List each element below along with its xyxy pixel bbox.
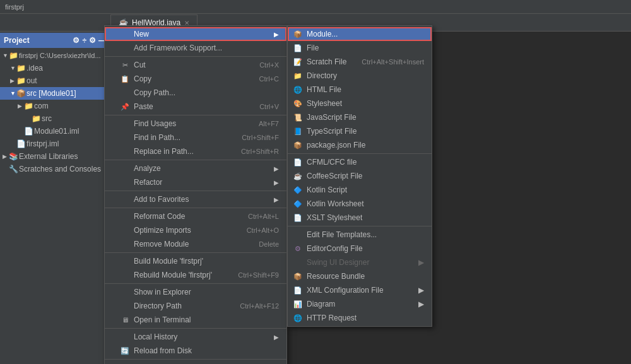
menu-item-find-usages[interactable]: Find Usages Alt+F7	[105, 117, 286, 131]
html-icon: 🌐	[293, 86, 303, 94]
submenu-item-cfml[interactable]: 📄 CFML/CFC file	[288, 155, 432, 169]
menu-label: Directory Path	[134, 302, 182, 310]
submenu-item-kotlin-worksheet[interactable]: 🔷 Kotlin Worksheet	[288, 197, 432, 211]
menu-item-optimize[interactable]: Optimize Imports Ctrl+Alt+O	[105, 223, 286, 237]
tree-arrow: ▶	[18, 103, 24, 109]
submenu-arrow: ▶	[274, 165, 279, 172]
tree-label: Scratches and Consoles	[19, 165, 101, 173]
submenu-arrow: ▶	[274, 31, 279, 38]
xslt-icon: 📄	[293, 214, 303, 222]
submenu-label: HTML File	[307, 85, 341, 94]
menu-item-analyze[interactable]: Analyze ▶	[105, 161, 286, 175]
diagram-icon: 📊	[293, 300, 303, 308]
menu-item-add-favorites[interactable]: Add to Favorites ▶	[105, 192, 286, 206]
menu-item-terminal[interactable]: 🖥 Open in Terminal	[105, 313, 286, 327]
menu-item-find-in-path[interactable]: Find in Path... Ctrl+Shift+F	[105, 131, 286, 144]
menu-label: Paste	[134, 102, 153, 111]
editorconfig-icon: ⚙	[293, 245, 303, 253]
shortcut: Ctrl+Shift+F	[242, 134, 279, 141]
submenu-item-swing[interactable]: Swing UI Designer ▶	[288, 255, 432, 269]
shortcut-cut: Ctrl+X	[259, 61, 279, 69]
tree-item-src[interactable]: ▼ 📦 src [Module01]	[0, 87, 110, 100]
submenu-item-editorconfig[interactable]: ⚙ EditorConfig File	[288, 242, 432, 255]
kotlin-ws-icon: 🔷	[293, 200, 303, 208]
tree-item-out[interactable]: ▶ 📁 out	[0, 74, 110, 87]
submenu-item-edit-templates[interactable]: Edit File Templates...	[288, 228, 432, 242]
submenu-item-coffee[interactable]: ☕ CoffeeScript File	[288, 169, 432, 183]
submenu-item-html[interactable]: 🌐 HTML File	[288, 83, 432, 97]
sidebar: Project ⚙ ÷ ⚙ — ▼ 📁 firstprj C:\Users\xi…	[0, 32, 110, 364]
submenu-label: Directory	[307, 71, 337, 80]
menu-label: Show in Explorer	[134, 288, 191, 296]
settings-icon[interactable]: ⚙	[73, 36, 80, 45]
sidebar-tree: ▼ 📁 firstprj C:\Users\xiezhr\Id... ▼ 📁 .…	[0, 48, 110, 177]
submenu-label: Resource Bundle	[307, 272, 365, 281]
tree-item-external[interactable]: ▶ 📚 External Libraries	[0, 150, 110, 163]
menu-item-copy-path[interactable]: Copy Path...	[105, 86, 286, 100]
submenu-label: XML Configuration File	[307, 286, 384, 295]
menu-item-local-history[interactable]: Local History ▶	[105, 330, 286, 344]
gear-icon[interactable]: ⚙	[89, 36, 96, 45]
cut-icon: ✂	[120, 61, 130, 69]
submenu-label: Kotlin Worksheet	[307, 199, 364, 208]
title-bar: firstprj	[0, 0, 631, 14]
src-icon: 📁	[32, 114, 42, 123]
submenu-item-module[interactable]: 📦 Module...	[288, 27, 432, 41]
submenu-item-ts[interactable]: 📘 TypeScript File	[288, 124, 432, 138]
menu-item-refactor[interactable]: Refactor ▶	[105, 175, 286, 189]
tree-item-com[interactable]: ▶ 📁 com	[0, 100, 110, 112]
context-menu: New ▶ Add Framework Support... ✂ Cut Ctr…	[104, 25, 287, 364]
menu-label: Analyze	[134, 164, 161, 173]
tree-item-src-inner[interactable]: 📁 src	[0, 112, 110, 125]
submenu-item-xslt[interactable]: 📄 XSLT Stylesheet	[288, 211, 432, 225]
submenu-item-http[interactable]: 🌐 HTTP Request	[288, 311, 432, 325]
file-icon: 📄	[24, 127, 34, 136]
menu-item-cut[interactable]: ✂ Cut Ctrl+X	[105, 58, 286, 72]
menu-item-build[interactable]: Build Module 'firstprj'	[105, 254, 286, 268]
submenu-item-packagejson[interactable]: 📦 package.json File	[288, 138, 432, 152]
menu-item-paste[interactable]: 📌 Paste Ctrl+V	[105, 100, 286, 114]
xml-icon: 📄	[293, 286, 303, 295]
menu-item-new[interactable]: New ▶	[105, 27, 286, 41]
submenu-item-js[interactable]: 📜 JavaScript File	[288, 110, 432, 124]
menu-item-directory-path[interactable]: Directory Path Ctrl+Alt+F12	[105, 299, 286, 313]
menu-item-reformat[interactable]: Reformat Code Ctrl+Alt+L	[105, 209, 286, 223]
menu-item-remove-module[interactable]: Remove Module Delete	[105, 237, 286, 251]
separator	[288, 153, 432, 154]
shortcut: Ctrl+Shift+R	[241, 148, 279, 155]
submenu-item-stylesheet[interactable]: 🎨 Stylesheet	[288, 97, 432, 110]
tree-label: firstprj C:\Users\xiezhr\Id...	[19, 52, 101, 59]
menu-item-reload[interactable]: 🔄 Reload from Disk	[105, 344, 286, 358]
menu-item-show-explorer[interactable]: Show in Explorer	[105, 285, 286, 299]
menu-item-copy[interactable]: 📋 Copy Ctrl+C	[105, 72, 286, 86]
folder-icon: 📁	[16, 76, 27, 85]
menu-item-compare[interactable]: ↔ Compare With... Ctrl+D	[105, 361, 286, 364]
submenu-item-directory[interactable]: 📁 Directory	[288, 69, 432, 83]
tree-item-module-iml[interactable]: 📄 Module01.iml	[0, 125, 110, 138]
submenu-item-file[interactable]: 📄 File	[288, 41, 432, 55]
tree-label: firstprj.iml	[27, 139, 59, 148]
submenu-item-scratch[interactable]: 📝 Scratch File Ctrl+Alt+Shift+Insert	[288, 55, 432, 69]
tree-label: src [Module01]	[27, 89, 76, 98]
menu-item-rebuild[interactable]: Rebuild Module 'firstprj' Ctrl+Shift+F9	[105, 268, 286, 282]
tree-item-firstprj-iml[interactable]: 📄 firstprj.iml	[0, 138, 110, 150]
shortcut: Ctrl+Alt+F12	[240, 302, 279, 310]
json-icon: 📦	[293, 141, 303, 150]
submenu-item-resource[interactable]: 📦 Resource Bundle	[288, 269, 432, 283]
coffee-icon: ☕	[293, 172, 303, 180]
submenu-item-diagram[interactable]: 📊 Diagram ▶	[288, 297, 432, 311]
tree-item-scratches[interactable]: 🔧 Scratches and Consoles	[0, 163, 110, 175]
tree-item-idea[interactable]: ▼ 📁 .idea	[0, 62, 110, 74]
shortcut: Ctrl+Shift+F9	[238, 271, 279, 279]
menu-item-add-framework[interactable]: Add Framework Support...	[105, 41, 286, 55]
separator	[105, 160, 286, 160]
menu-item-replace-in-path[interactable]: Replace in Path... Ctrl+Shift+R	[105, 144, 286, 158]
tree-label: External Libraries	[19, 152, 78, 161]
submenu-label: CFML/CFC file	[307, 158, 357, 167]
submenu-item-kotlin-script[interactable]: 🔷 Kotlin Script	[288, 183, 432, 197]
divide-icon[interactable]: ÷	[82, 36, 86, 45]
menu-label: Remove Module	[134, 240, 189, 249]
tree-item-firstprj[interactable]: ▼ 📁 firstprj C:\Users\xiezhr\Id...	[0, 49, 110, 62]
submenu-item-xml[interactable]: 📄 XML Configuration File ▶	[288, 283, 432, 297]
submenu-label: CoffeeScript File	[307, 172, 362, 180]
